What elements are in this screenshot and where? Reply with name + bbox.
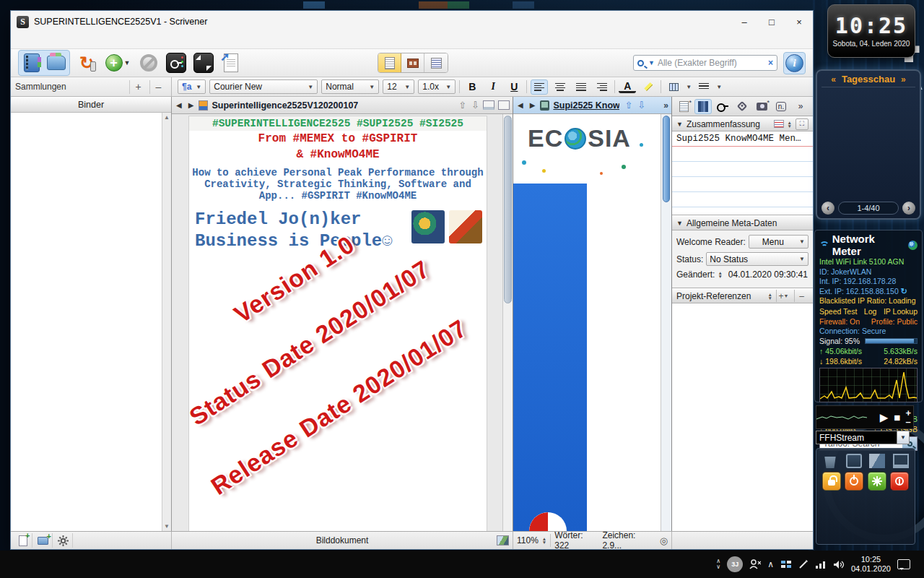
align-center-button[interactable] <box>552 79 569 95</box>
text-color-button[interactable]: A <box>619 80 636 93</box>
minimize-button[interactable]: – <box>731 11 758 33</box>
remove-collection-button[interactable]: – <box>149 80 167 94</box>
split-vertical-button[interactable] <box>498 100 510 110</box>
pen-icon[interactable] <box>798 559 808 569</box>
view-mode-document-button[interactable] <box>378 53 401 72</box>
maximize-button[interactable]: □ <box>758 11 785 33</box>
image-document-icon[interactable] <box>497 535 509 545</box>
label-dropdown[interactable]: Menu ▼ <box>749 235 808 249</box>
keywords-button[interactable] <box>165 52 187 74</box>
ip-lookup-link[interactable]: IP Lookup <box>884 306 918 316</box>
user-badge[interactable]: 3J <box>727 556 743 572</box>
title-bar[interactable]: S SUPERINTELLIGENCE2525V1 - Scrivener – … <box>11 11 813 33</box>
news-page-back-button[interactable]: ‹ <box>821 202 834 215</box>
search-clear-icon[interactable]: × <box>768 58 773 68</box>
inspector-overflow-icon[interactable]: » <box>792 99 809 114</box>
inspector-toggle-button[interactable]: i <box>785 54 803 72</box>
recycle-bin-icon[interactable] <box>822 454 838 468</box>
play-button[interactable]: ▶ <box>877 411 892 424</box>
synopsis-resize-spinner[interactable]: ▲▼ <box>788 121 792 128</box>
new-folder-button[interactable] <box>34 533 53 548</box>
font-size-dropdown[interactable]: 12▼ <box>383 79 414 94</box>
font-family-dropdown[interactable]: Courier New▼ <box>209 79 318 94</box>
back-icon[interactable]: ◀ <box>175 101 183 109</box>
pictures-icon[interactable] <box>869 454 885 468</box>
synopsis-card[interactable]: Supi2525 KnowMO4ME Men… <box>672 131 813 215</box>
close-button[interactable]: × <box>785 11 813 33</box>
project-search-input[interactable]: ▼ Alle (Exakter Begriff) × <box>633 55 777 71</box>
computer-icon[interactable] <box>893 454 909 468</box>
onedrive-icon[interactable] <box>780 560 792 569</box>
zoom-spinner[interactable]: ▲▼ <box>542 537 546 544</box>
prev-document-icon[interactable]: ⇧ <box>624 100 632 111</box>
synopsis-image-toggle-button[interactable]: ⛶ <box>796 118 808 130</box>
split-horizontal-button[interactable] <box>483 100 494 110</box>
refresh-button[interactable] <box>868 472 886 491</box>
editor-left-body[interactable]: #SUPERINTELLIGENCE2525 #SUPI2525 #SI2525… <box>172 114 513 531</box>
sync-button[interactable]: ↻ <box>76 52 97 74</box>
stream-select-dropdown[interactable]: FFHStream ▼ <box>816 431 910 444</box>
news-prev-icon[interactable]: « <box>831 74 836 85</box>
export-button[interactable]: ➚ <box>220 52 242 74</box>
speed-test-link[interactable]: Speed Test <box>819 306 857 316</box>
volume-buttons[interactable]: +– <box>903 409 913 426</box>
search-options-caret-icon[interactable]: ▼ <box>648 59 655 66</box>
lock-button[interactable] <box>822 472 841 491</box>
delete-button[interactable] <box>138 52 160 74</box>
tray-chevron-icon[interactable]: ∧ <box>767 559 774 569</box>
tray-clock[interactable]: 10:25 04.01.2020 <box>851 555 891 574</box>
editor-right-title[interactable]: Supi2525 Know <box>553 100 619 111</box>
new-document-button[interactable] <box>14 533 32 548</box>
synopsis-text-mode-icon[interactable] <box>774 120 784 128</box>
news-next-icon[interactable]: » <box>901 74 906 85</box>
window-icon[interactable] <box>846 454 862 468</box>
collapse-triangle-icon[interactable]: ▼ <box>676 121 683 128</box>
forward-icon[interactable]: ▶ <box>187 101 196 109</box>
notification-icon[interactable] <box>897 559 910 569</box>
keywords-tab-button[interactable] <box>714 99 731 114</box>
references-tab-button[interactable] <box>694 99 712 114</box>
log-link[interactable]: Log <box>864 306 877 316</box>
restart-button[interactable] <box>845 472 863 491</box>
binder-toggle-button[interactable] <box>21 52 43 74</box>
editor-right-body[interactable]: EC SIA <box>513 114 671 531</box>
align-justify-button[interactable] <box>572 79 590 95</box>
stop-button[interactable]: ■ <box>891 411 903 423</box>
add-collection-button[interactable]: + <box>129 80 147 94</box>
references-section-header[interactable]: Projekt-Referenzen ▲▼ +▼ – <box>672 288 813 303</box>
collapse-triangle-icon[interactable]: ▼ <box>676 220 683 227</box>
font-preset-dropdown[interactable]: Normal▼ <box>321 79 379 94</box>
footnotes-tab-button[interactable]: n. <box>772 99 790 114</box>
references-sort-spinner[interactable]: ▲▼ <box>768 293 772 300</box>
modified-spinner[interactable]: ▲▼ <box>718 271 722 278</box>
align-right-button[interactable] <box>593 79 611 95</box>
prev-document-icon[interactable]: ⇧ <box>458 100 466 111</box>
editor-left-scrollbar[interactable] <box>502 114 513 531</box>
metadata-section-header[interactable]: ▼ Allgemeine Meta-Daten <box>672 215 813 230</box>
view-mode-corkboard-button[interactable] <box>401 53 424 72</box>
back-icon[interactable]: ◀ <box>516 101 525 109</box>
remove-reference-button[interactable]: – <box>794 290 808 302</box>
synopsis-section-header[interactable]: ▼ Zusammenfassung ▲▼ ⛶ <box>672 116 813 131</box>
people-icon[interactable] <box>749 559 761 569</box>
line-spacing-dropdown[interactable]: 1.0x▼ <box>418 79 456 94</box>
binder-scrollbar[interactable]: ▲▼ <box>162 113 171 531</box>
list-button[interactable] <box>695 79 712 95</box>
volume-icon[interactable] <box>833 560 845 569</box>
align-left-button[interactable] <box>531 79 548 95</box>
metadata-tab-button[interactable] <box>733 99 751 114</box>
zoom-level[interactable]: 110% <box>517 535 539 545</box>
add-reference-button[interactable]: +▼ <box>776 290 790 302</box>
compose-mode-button[interactable] <box>193 52 214 74</box>
news-page-forward-button[interactable]: › <box>902 202 915 215</box>
italic-button[interactable]: I <box>484 79 502 95</box>
forward-icon[interactable]: ▶ <box>528 101 537 109</box>
network-icon[interactable] <box>815 560 827 569</box>
add-item-button[interactable]: +▼ <box>103 52 132 74</box>
highlight-button[interactable] <box>640 79 657 95</box>
editor-left-title[interactable]: Superintelligence2525V120200107 <box>212 100 358 111</box>
shutdown-button[interactable] <box>890 472 909 491</box>
binder-options-button[interactable] <box>54 533 73 548</box>
paragraph-style-dropdown[interactable]: ¶a▼ <box>178 79 206 94</box>
target-icon[interactable]: ◎ <box>660 535 668 546</box>
